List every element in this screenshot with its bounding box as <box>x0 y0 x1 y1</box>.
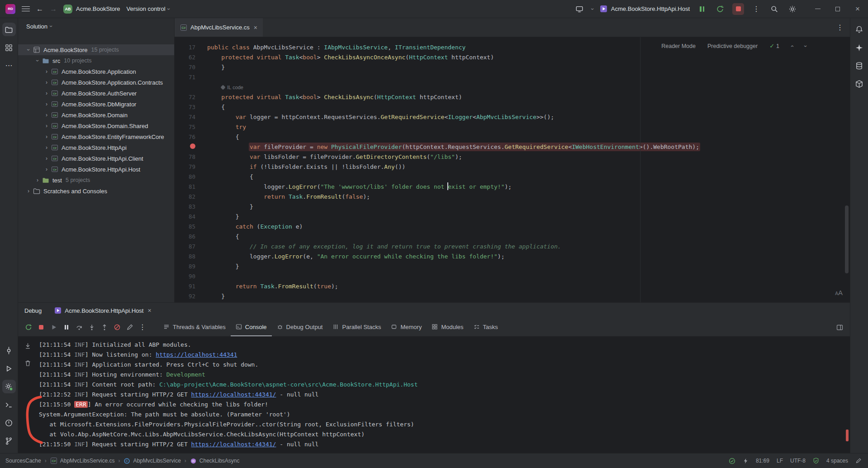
code-line[interactable]: 83 } <box>175 202 850 212</box>
line-number[interactable]: 74 <box>175 112 207 122</box>
line-number[interactable]: 83 <box>175 202 207 212</box>
debug-view-tab-console[interactable]: Console <box>231 318 272 336</box>
code-line[interactable]: 70 } <box>175 62 850 72</box>
chevron-right-icon[interactable]: › <box>43 101 51 107</box>
resume-button[interactable] <box>48 321 60 333</box>
close-button[interactable]: × <box>852 3 863 15</box>
back-button[interactable]: ← <box>36 5 43 13</box>
layout-settings-icon[interactable] <box>834 321 845 333</box>
line-number[interactable]: 62 <box>175 53 207 62</box>
console-link[interactable]: https://localhost:44341/ <box>191 391 276 398</box>
line-number[interactable]: 93 <box>175 301 207 302</box>
breadcrumb-item[interactable]: C#AbpMvcLibsService.cs <box>50 457 115 464</box>
debug-console[interactable]: [21:11:54 INF] Initialized all ABP modul… <box>18 336 850 453</box>
project-selector[interactable]: AB Acme.BookStore <box>63 5 120 14</box>
line-number[interactable]: 91 <box>175 282 207 291</box>
chevron-right-icon[interactable]: › <box>24 188 33 194</box>
solution-tool-icon[interactable] <box>2 23 16 36</box>
structure-tool-icon[interactable] <box>2 41 16 54</box>
mute-breakpoints-button[interactable] <box>111 321 123 333</box>
scroll-to-end-icon[interactable] <box>22 340 33 352</box>
maximize-button[interactable] <box>832 3 844 15</box>
minimize-button[interactable] <box>812 3 824 15</box>
line-number[interactable]: 80 <box>175 172 207 182</box>
code-line[interactable]: 88 logger.LogError(e, "An error occurred… <box>175 252 850 262</box>
code-line[interactable]: 75 try <box>175 122 850 132</box>
code-line[interactable]: 84 } <box>175 212 850 222</box>
line-number[interactable]: 70 <box>175 62 207 72</box>
terminal-tool-icon[interactable] <box>2 398 16 411</box>
line-number[interactable]: 81 <box>175 182 207 192</box>
search-icon[interactable] <box>768 3 780 15</box>
code-line[interactable]: 76 { <box>175 132 850 142</box>
code-line[interactable]: var fileProvider = new PhysicalFileProvi… <box>175 142 850 152</box>
run-config-chevron-icon[interactable]: › <box>589 8 596 10</box>
main-menu-icon[interactable] <box>22 6 30 12</box>
chevron-down-icon[interactable]: › <box>25 46 32 54</box>
git-branch-icon[interactable] <box>2 434 16 448</box>
breadcrumb-item[interactable]: SourcesCache <box>5 458 41 464</box>
database-tool-icon[interactable] <box>853 59 866 72</box>
editor-options-icon[interactable]: ⋮ <box>830 24 850 31</box>
chevron-right-icon[interactable]: › <box>43 79 51 86</box>
line-number[interactable]: 85 <box>175 222 207 232</box>
tree-item[interactable]: ›C#Acme.BookStore.Application <box>18 66 174 77</box>
restart-debug-button[interactable] <box>714 3 726 15</box>
code-line[interactable]: IL code <box>175 82 850 92</box>
solution-panel-header[interactable]: Solution › <box>18 18 174 34</box>
line-number[interactable]: 75 <box>175 122 207 132</box>
line-number[interactable] <box>175 82 207 92</box>
debug-view-tab-memory[interactable]: Memory <box>386 318 427 336</box>
line-number[interactable]: 73 <box>175 102 207 112</box>
tree-item[interactable]: ›C#Acme.BookStore.Domain <box>18 110 174 120</box>
session-close-icon[interactable]: × <box>147 307 151 314</box>
editor-scrollbar[interactable] <box>845 205 849 273</box>
console-link[interactable]: https://localhost:44341/ <box>191 441 276 448</box>
ai-assistant-icon[interactable] <box>853 41 866 54</box>
debug-view-tab-debug-output[interactable]: Debug Output <box>272 318 328 336</box>
run-configuration[interactable]: Acme.BookStore.HttpApi.Host <box>600 5 690 13</box>
step-into-button[interactable] <box>86 321 98 333</box>
line-number[interactable]: 86 <box>175 232 207 242</box>
chevron-right-icon[interactable]: › <box>43 68 51 75</box>
line-number[interactable]: 78 <box>175 152 207 162</box>
breadcrumb-item[interactable]: CAbpMvcLibsService <box>123 458 180 464</box>
next-problem-icon[interactable]: › <box>801 45 811 47</box>
tree-item[interactable]: ›C#Acme.BookStore.HttpApi.Host <box>18 164 174 175</box>
run-tool-icon[interactable] <box>2 362 16 375</box>
line-ending-selector[interactable]: LF <box>777 458 783 464</box>
line-number[interactable]: 72 <box>175 92 207 102</box>
tree-item[interactable]: ›C#Acme.BookStore.AuthServer <box>18 88 174 99</box>
chevron-right-icon[interactable]: › <box>43 90 51 96</box>
code-line[interactable]: 90 <box>175 272 850 282</box>
il-code-inlay[interactable]: IL code <box>221 85 243 90</box>
rider-logo[interactable]: RD <box>5 4 15 14</box>
code-line[interactable]: 79 if (!libsFolder.Exists || !libsFolder… <box>175 162 850 172</box>
tree-item[interactable]: ›C#Acme.BookStore.Domain.Shared <box>18 120 174 131</box>
trusted-shield-icon[interactable] <box>813 458 819 464</box>
inspections-widget[interactable]: ✓ 1 <box>769 41 779 51</box>
indent-selector[interactable]: 4 spaces <box>826 458 848 464</box>
code-line[interactable]: 71 <box>175 72 850 82</box>
debug-view-tab-parallel-stacks[interactable]: Parallel Stacks <box>327 318 386 336</box>
caret-position[interactable]: 81:69 <box>756 458 769 464</box>
tree-item[interactable]: ›C#Acme.BookStore.EntityFrameworkCore <box>18 131 174 142</box>
tab-close-icon[interactable]: × <box>254 24 257 31</box>
tree-item[interactable]: ›Scratches and Consoles <box>18 186 174 196</box>
code-line[interactable]: 81 logger.LogError("The 'wwwroot/libs' f… <box>175 182 850 192</box>
tree-item[interactable]: ›C#Acme.BookStore.HttpApi.Client <box>18 153 174 164</box>
code-line[interactable]: 82 return Task.FromResult(false); <box>175 192 850 202</box>
evaluate-expression-button[interactable] <box>124 321 136 333</box>
more-actions-icon[interactable]: ⋮ <box>750 3 762 15</box>
code-line[interactable]: 74 var logger = httpContext.RequestServi… <box>175 112 850 122</box>
tree-item[interactable]: ›C#Acme.BookStore.HttpApi <box>18 142 174 153</box>
no-problems-icon[interactable] <box>729 458 735 464</box>
line-number[interactable]: 76 <box>175 132 207 142</box>
code-line[interactable]: 92 } <box>175 291 850 301</box>
line-number[interactable]: 87 <box>175 242 207 252</box>
debug-more-actions-icon[interactable]: ⋮ <box>137 321 148 333</box>
forward-button[interactable]: → <box>50 5 57 13</box>
chevron-right-icon[interactable]: › <box>43 155 51 162</box>
chevron-right-icon[interactable]: › <box>33 177 42 183</box>
encoding-selector[interactable]: UTF-8 <box>790 458 806 464</box>
